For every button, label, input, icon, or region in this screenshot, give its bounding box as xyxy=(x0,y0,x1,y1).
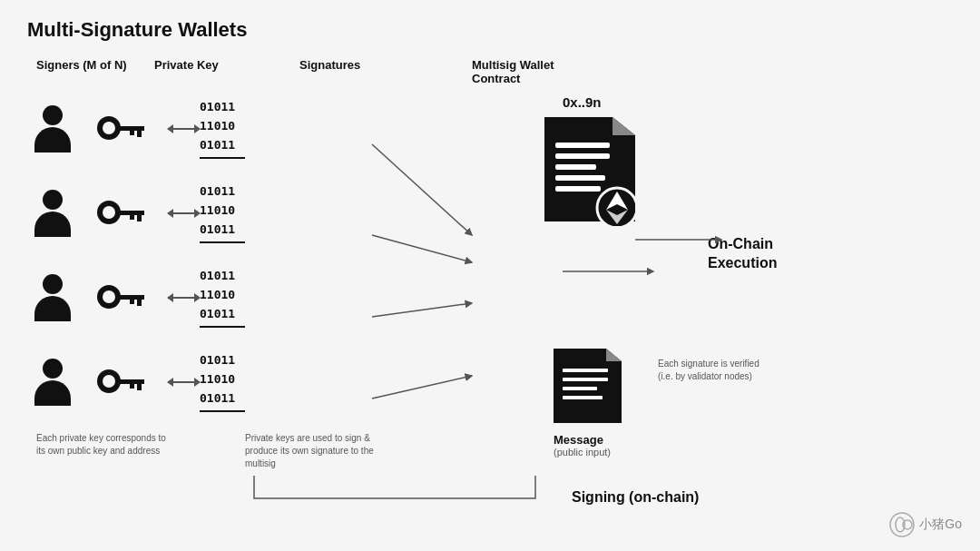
arr-line-3 xyxy=(168,297,200,299)
svg-point-11 xyxy=(103,206,115,219)
svg-rect-23 xyxy=(137,384,142,390)
svg-rect-40 xyxy=(563,396,603,399)
note-signing: Private keys are used to sign & produce … xyxy=(245,432,381,470)
key-icon-4 xyxy=(77,366,168,398)
watermark-icon xyxy=(889,512,915,537)
signer-row-3: 010111101001011 xyxy=(27,263,490,331)
arrow-4 xyxy=(168,381,200,383)
contract-doc-svg xyxy=(544,117,635,226)
note-private-key: Each private key corresponds to its own … xyxy=(36,432,172,470)
svg-rect-24 xyxy=(130,384,134,389)
person-body-2 xyxy=(34,212,71,237)
svg-marker-26 xyxy=(612,117,635,135)
svg-rect-12 xyxy=(119,211,144,215)
message-label: Message xyxy=(554,433,622,447)
svg-rect-37 xyxy=(563,369,608,372)
svg-rect-19 xyxy=(130,300,134,304)
svg-rect-7 xyxy=(119,126,144,131)
message-doc-svg xyxy=(554,349,622,426)
svg-rect-13 xyxy=(137,215,142,221)
svg-rect-8 xyxy=(137,131,142,137)
person-body-1 xyxy=(34,127,71,153)
arrow-3 xyxy=(168,297,200,299)
arr-line-4 xyxy=(168,381,200,383)
diagram-area: 010111101001011 xyxy=(27,94,953,470)
svg-point-16 xyxy=(103,290,115,303)
contract-doc xyxy=(544,117,626,217)
person-head-3 xyxy=(43,274,63,294)
message-document: Message (public input) xyxy=(554,349,622,458)
person-head-4 xyxy=(43,359,63,379)
contract-document xyxy=(544,117,626,217)
svg-rect-31 xyxy=(555,186,601,192)
svg-rect-9 xyxy=(130,131,134,135)
right-section: 0x..9n xyxy=(490,94,953,470)
svg-rect-29 xyxy=(555,164,596,170)
page-title: Multi-Signature Wallets xyxy=(27,18,953,42)
person-icon-2 xyxy=(27,190,77,237)
sig-text-4: 010111101001011 xyxy=(200,351,281,411)
message-sublabel: (public input) xyxy=(554,447,622,458)
sig-text-2: 010111101001011 xyxy=(200,182,281,242)
sig-text-3: 010111101001011 xyxy=(200,267,281,327)
signing-label: Signing (on-chain) xyxy=(572,489,699,506)
person-icon-3 xyxy=(27,274,77,321)
svg-point-6 xyxy=(103,122,115,134)
column-headers: Signers (M of N) Private Key Signatures … xyxy=(27,58,953,85)
svg-rect-22 xyxy=(119,379,144,384)
sig-text-1: 010111101001011 xyxy=(200,98,281,158)
svg-rect-18 xyxy=(137,300,142,306)
key-icon-3 xyxy=(77,281,168,313)
verify-text: Each signature is verified (i.e. by vali… xyxy=(658,358,767,383)
arr-line-2 xyxy=(168,212,200,214)
col-header-signers: Signers (M of N) xyxy=(36,58,154,72)
arrow-1 xyxy=(168,128,200,130)
svg-rect-14 xyxy=(130,215,134,220)
svg-point-21 xyxy=(103,375,115,388)
signer-row-1: 010111101001011 xyxy=(27,94,490,162)
arr-line-1 xyxy=(168,128,200,130)
watermark: 小猪Go xyxy=(889,512,962,537)
key-icon-2 xyxy=(77,197,168,229)
svg-point-42 xyxy=(890,513,914,536)
col-header-contract: Multisig WalletContract xyxy=(472,58,635,85)
person-body-3 xyxy=(34,296,71,321)
svg-rect-38 xyxy=(563,378,608,381)
contract-address: 0x..9n xyxy=(563,94,602,110)
contract-execution-arrow xyxy=(631,212,740,267)
svg-rect-28 xyxy=(555,153,610,159)
svg-rect-30 xyxy=(555,175,605,181)
signer-row-2: 010111101001011 xyxy=(27,179,490,247)
person-icon-4 xyxy=(27,359,77,406)
person-icon-1 xyxy=(27,105,77,153)
person-body-4 xyxy=(34,380,71,406)
person-head-1 xyxy=(43,105,63,125)
left-section: 010111101001011 xyxy=(27,94,490,470)
col-header-signatures: Signatures xyxy=(299,58,472,72)
arrow-2 xyxy=(168,212,200,214)
svg-rect-27 xyxy=(555,143,610,148)
signer-row-4: 010111101001011 xyxy=(27,348,490,416)
svg-rect-39 xyxy=(563,387,597,390)
person-head-2 xyxy=(43,190,63,210)
key-icon-1 xyxy=(77,113,168,144)
watermark-text: 小猪Go xyxy=(919,517,962,533)
col-header-private-key: Private Key xyxy=(154,58,299,72)
svg-rect-17 xyxy=(119,295,144,300)
svg-marker-36 xyxy=(606,349,622,361)
main-container: Multi-Signature Wallets Signers (M of N)… xyxy=(0,0,980,551)
